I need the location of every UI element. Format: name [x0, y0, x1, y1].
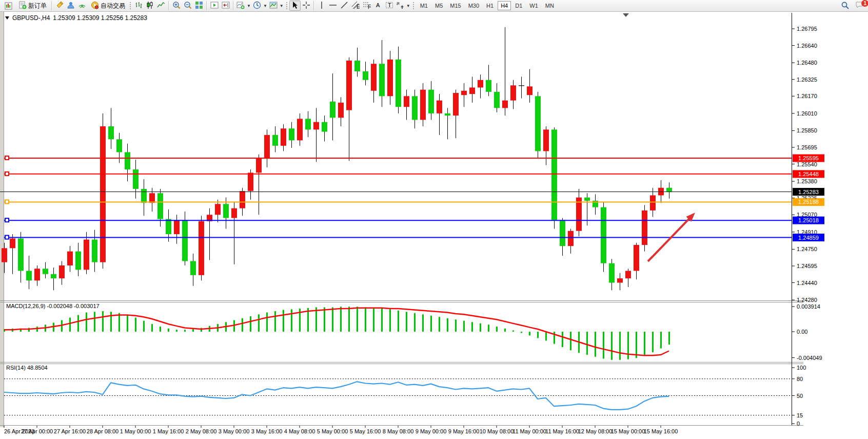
svg-text:E: E — [357, 4, 360, 9]
indicators-button[interactable]: ▼ — [235, 1, 252, 11]
macd-indicator-label: MACD(12,26,9) -0.002048 -0.003017 — [6, 303, 100, 309]
x-axis-label: 11 May 16:00 — [545, 428, 579, 434]
chart-shift-icon — [222, 1, 230, 11]
template-button[interactable]: ▼ — [268, 1, 285, 11]
autoscroll-button[interactable] — [209, 1, 220, 11]
bar-chart-icon — [134, 1, 143, 11]
y-axis-label: 1.25695 — [797, 144, 817, 150]
zoom-in-button[interactable] — [171, 1, 182, 11]
new-order-icon — [18, 1, 27, 11]
arrows-button[interactable]: ▼ — [395, 1, 411, 11]
notification-badge[interactable]: 1 — [861, 0, 868, 7]
x-axis-label: 4 May 08:00 — [284, 428, 315, 434]
search-button[interactable] — [839, 1, 851, 11]
label-button[interactable]: T — [384, 1, 395, 11]
timeframe-button-m30[interactable]: M30 — [465, 1, 482, 10]
zoom-out-icon — [184, 1, 192, 11]
community-icon — [67, 1, 75, 11]
horizontal-line-button[interactable] — [327, 1, 339, 11]
autotrade-icon — [91, 1, 99, 11]
candlestick-icon — [146, 1, 154, 11]
timeframe-button-h1[interactable]: H1 — [483, 1, 497, 10]
chart-shift-button[interactable] — [220, 1, 231, 11]
rsi-axis-label: 80 — [797, 376, 803, 382]
y-axis-label: 1.24595 — [797, 263, 817, 269]
y-axis-label: 1.26170 — [797, 93, 817, 99]
crosshair-button[interactable] — [301, 1, 312, 11]
y-axis-label: 1.26640 — [797, 43, 817, 49]
trendline-button[interactable] — [339, 1, 350, 11]
x-axis-label: 5 May 00:00 — [317, 428, 348, 434]
y-axis-label: 1.26325 — [797, 77, 817, 83]
rsi-axis-label: 0 — [797, 421, 800, 427]
new-order-button[interactable]: 新订单 — [15, 1, 50, 11]
zoom-out-button[interactable] — [182, 1, 193, 11]
svg-text:A: A — [376, 2, 380, 8]
timeframe-button-mn[interactable]: MN — [542, 1, 557, 10]
channel-button[interactable]: E — [350, 1, 361, 11]
chevron-down-icon: ▼ — [406, 4, 410, 8]
x-axis-label: 5 May 16:00 — [350, 428, 381, 434]
cursor-button[interactable] — [289, 1, 301, 11]
vertical-line-button[interactable] — [316, 1, 327, 11]
rsi-indicator-label: RSI(14) 48.8504 — [6, 365, 48, 371]
line-chart-button[interactable] — [155, 1, 167, 11]
timeframe-button-h4[interactable]: H4 — [498, 1, 511, 10]
text-button[interactable]: A — [372, 1, 384, 11]
toolbar-drag-handle[interactable] — [129, 2, 132, 10]
symbol-period-label: GBPUSD-,H4 — [12, 14, 50, 22]
chart-title: GBPUSD-,H4 1.25309 1.25309 1.25256 1.252… — [5, 14, 147, 22]
y-axis-label: 1.24750 — [797, 246, 817, 252]
chart-canvas[interactable]: 1.267951.266401.264801.263251.261701.260… — [0, 0, 868, 439]
tile-windows-button[interactable] — [193, 1, 205, 11]
x-axis-label: 1 May 00:00 — [120, 428, 151, 434]
broom-button[interactable] — [54, 1, 65, 11]
ohlc-values: 1.25309 1.25309 1.25256 1.25283 — [53, 14, 147, 22]
toolbar-separator — [168, 1, 169, 10]
x-axis-label: 15 May 16:00 — [644, 428, 678, 434]
toolbar-separator — [51, 1, 52, 10]
timeframe-button-m1[interactable]: M1 — [417, 1, 431, 10]
macd-axis-label: -0.004049 — [797, 355, 822, 361]
x-axis-label: 10 May 08:00 — [480, 428, 514, 434]
x-axis-label: 12 May 08:00 — [578, 428, 613, 434]
x-axis-label: 2 May 08:00 — [186, 428, 217, 434]
channel-icon: E — [351, 1, 360, 11]
bar-chart-button[interactable] — [133, 1, 144, 11]
toolbar-drag-handle[interactable] — [412, 2, 415, 10]
price-tag: 1.25188 — [798, 199, 819, 205]
toolbar-drag-handle[interactable] — [286, 2, 288, 10]
svg-text:T: T — [388, 2, 391, 8]
timeframe-button-w1[interactable]: W1 — [526, 1, 541, 10]
arrows-icon — [396, 1, 404, 11]
y-axis-label: 1.24280 — [797, 297, 817, 303]
collapse-triangle-icon[interactable] — [5, 16, 9, 20]
price-tag: 1.25283 — [798, 189, 819, 195]
periods-button[interactable]: ▼ — [252, 1, 268, 11]
signals-button[interactable] — [76, 1, 88, 11]
svg-text:F: F — [368, 4, 371, 9]
y-axis-label: 1.26480 — [797, 60, 817, 66]
auto-trading-button[interactable]: 自动交易 — [88, 1, 128, 11]
signals-icon — [78, 1, 86, 11]
timeframe-button-m5[interactable]: M5 — [432, 1, 446, 10]
x-axis-label: 11 May 00:00 — [512, 428, 546, 434]
rsi-axis-label: 15 — [797, 412, 803, 418]
zoom-in-icon — [172, 1, 181, 11]
timeframe-button-m15[interactable]: M15 — [447, 1, 464, 10]
candlestick-button[interactable] — [144, 1, 155, 11]
autoscroll-icon — [210, 1, 219, 11]
timeframe-button-d1[interactable]: D1 — [512, 1, 525, 10]
chevron-down-icon: ▼ — [280, 4, 284, 8]
cursor-icon — [291, 1, 299, 11]
x-axis-label: 15 May 00:00 — [611, 428, 645, 434]
price-tag: 1.24859 — [798, 235, 819, 241]
toolbar-separator — [313, 1, 314, 10]
auto-trading-label: 自动交易 — [101, 2, 125, 10]
macd-axis-label: 0.003914 — [797, 303, 820, 310]
line-chart-icon — [157, 1, 165, 11]
fibonacci-button[interactable]: F — [361, 1, 372, 11]
x-axis-label: 27 Apr 16:00 — [54, 428, 86, 434]
window-left-edge — [0, 12, 4, 427]
community-button[interactable] — [65, 1, 76, 11]
